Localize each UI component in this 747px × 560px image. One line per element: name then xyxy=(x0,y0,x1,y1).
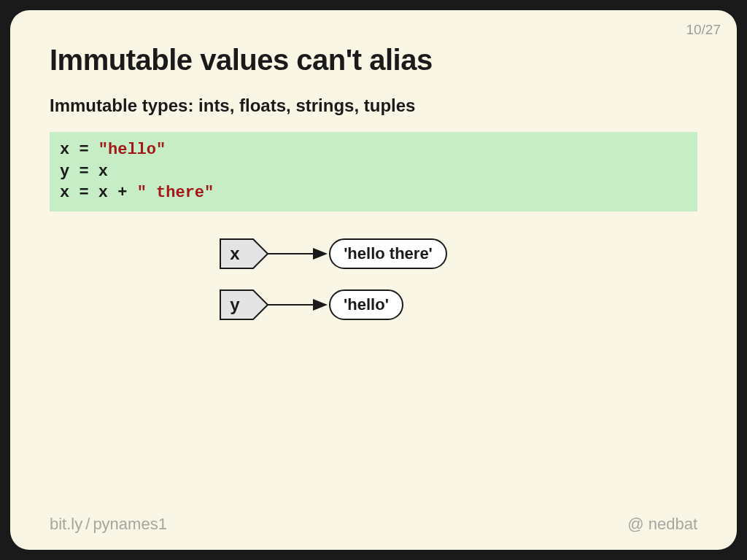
value-x-label: 'hello there' xyxy=(344,244,433,262)
value-x: 'hello there' xyxy=(330,239,446,268)
footer-link: bit.ly/pynames1 xyxy=(50,515,167,534)
page-counter: 10/27 xyxy=(686,22,721,38)
slide-subtitle: Immutable types: ints, floats, strings, … xyxy=(50,96,697,116)
code-l1a: x = xyxy=(60,141,98,159)
footer-handle-name: nedbat xyxy=(649,515,697,533)
code-l1b: "hello" xyxy=(98,141,166,159)
slide-title: Immutable values can't alias xyxy=(50,44,697,77)
code-l2: y = x xyxy=(60,163,108,181)
slide-card: 10/27 Immutable values can't alias Immut… xyxy=(10,10,737,550)
tag-x-label: x xyxy=(230,244,240,263)
tag-x: x xyxy=(220,239,268,268)
page-total: 27 xyxy=(705,22,721,37)
code-block: x = "hello" y = x x = x + " there" xyxy=(50,132,697,211)
footer-slash: / xyxy=(85,515,90,533)
page-current: 10 xyxy=(686,22,701,37)
footer-handle: @ nedbat xyxy=(627,515,697,534)
tag-y: y xyxy=(220,290,268,319)
tag-y-label: y xyxy=(230,295,240,314)
code-l3b: " there" xyxy=(137,184,214,202)
value-y: 'hello' xyxy=(330,290,403,319)
value-y-label: 'hello' xyxy=(344,295,389,314)
code-l3a: x = x + xyxy=(60,184,137,202)
footer-link-host: bit.ly xyxy=(50,515,82,533)
footer-link-path: pynames1 xyxy=(93,515,167,533)
name-diagram: x 'hello there' y 'hello' xyxy=(50,232,697,341)
slide-footer: bit.ly/pynames1 @ nedbat xyxy=(50,515,697,534)
footer-at: @ xyxy=(627,515,643,533)
